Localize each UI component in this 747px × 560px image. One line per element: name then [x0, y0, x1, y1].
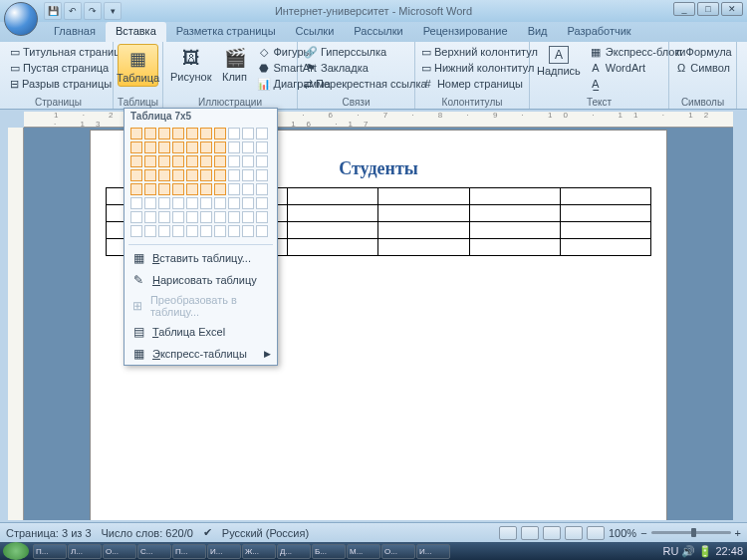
grid-cell[interactable] [200, 128, 212, 140]
crossref-button[interactable]: ⇄Перекрестная ссылка [302, 76, 410, 92]
grid-cell[interactable] [172, 225, 184, 237]
pagenum-button[interactable]: #Номер страницы [419, 76, 525, 92]
grid-cell[interactable] [186, 155, 198, 167]
taskbar-item[interactable]: П... [172, 544, 206, 559]
taskbar-item[interactable]: И... [207, 544, 241, 559]
taskbar-item[interactable]: П... [33, 544, 67, 559]
cover-page-button[interactable]: ▭Титульная страница [8, 44, 109, 60]
grid-cell[interactable] [200, 197, 212, 209]
tab-mail[interactable]: Рассылки [344, 22, 412, 42]
tray-icon[interactable]: 🔋 [698, 545, 712, 558]
grid-cell[interactable] [242, 225, 254, 237]
header-button[interactable]: ▭Верхний колонтитул [419, 44, 525, 60]
grid-cell[interactable] [256, 197, 268, 209]
grid-cell[interactable] [130, 197, 142, 209]
taskbar-item[interactable]: И... [416, 544, 450, 559]
grid-cell[interactable] [130, 225, 142, 237]
footer-button[interactable]: ▭Нижний колонтитул [419, 60, 525, 76]
grid-cell[interactable] [172, 169, 184, 181]
grid-cell[interactable] [158, 141, 170, 153]
grid-cell[interactable] [214, 155, 226, 167]
qat-customize-icon[interactable]: ▾ [104, 2, 122, 20]
vertical-ruler[interactable] [8, 128, 24, 520]
grid-cell[interactable] [130, 211, 142, 223]
tab-insert[interactable]: Вставка [106, 22, 166, 42]
grid-cell[interactable] [228, 183, 240, 195]
grid-cell[interactable] [172, 155, 184, 167]
grid-cell[interactable] [256, 128, 268, 140]
outline-view[interactable] [565, 526, 583, 540]
grid-cell[interactable] [200, 155, 212, 167]
grid-cell[interactable] [130, 128, 142, 140]
undo-icon[interactable]: ↶ [64, 2, 82, 20]
taskbar-item[interactable]: Д... [277, 544, 311, 559]
grid-cell[interactable] [242, 211, 254, 223]
taskbar-item[interactable]: Л... [68, 544, 102, 559]
grid-cell[interactable] [200, 169, 212, 181]
grid-cell[interactable] [228, 141, 240, 153]
table-button[interactable]: ▦ Таблица [118, 44, 158, 87]
page-break-button[interactable]: ⊟Разрыв страницы [8, 76, 109, 92]
grid-cell[interactable] [214, 183, 226, 195]
grid-cell[interactable] [144, 141, 156, 153]
menu-item[interactable]: ▦Экспресс-таблицы▶ [124, 343, 277, 365]
tray-icon[interactable]: 🔊 [681, 545, 695, 558]
grid-cell[interactable] [144, 225, 156, 237]
hyperlink-button[interactable]: 🔗Гиперссылка [302, 44, 410, 60]
grid-cell[interactable] [214, 197, 226, 209]
menu-item[interactable]: ▤Таблица Excel [124, 321, 277, 343]
zoom-out-button[interactable]: − [640, 527, 646, 539]
zoom-slider[interactable] [651, 531, 731, 534]
taskbar-item[interactable]: С... [137, 544, 171, 559]
tray-lang[interactable]: RU [663, 545, 679, 557]
redo-icon[interactable]: ↷ [84, 2, 102, 20]
tab-home[interactable]: Главная [44, 22, 106, 42]
zoom-level[interactable]: 100% [609, 527, 636, 539]
tab-refs[interactable]: Ссылки [286, 22, 345, 42]
grid-cell[interactable] [256, 225, 268, 237]
taskbar-item[interactable]: M... [347, 544, 380, 559]
grid-cell[interactable] [144, 183, 156, 195]
grid-cell[interactable] [200, 183, 212, 195]
fullscreen-view[interactable] [521, 526, 539, 540]
grid-cell[interactable] [214, 128, 226, 140]
print-layout-view[interactable] [499, 526, 517, 540]
bookmark-button[interactable]: ⚑Закладка [302, 60, 410, 76]
grid-cell[interactable] [172, 141, 184, 153]
grid-cell[interactable] [172, 128, 184, 140]
table-grid-picker[interactable] [124, 124, 277, 242]
word-count[interactable]: Число слов: 620/0 [102, 527, 193, 539]
web-view[interactable] [543, 526, 561, 540]
grid-cell[interactable] [158, 155, 170, 167]
tab-layout[interactable]: Разметка страницы [166, 22, 286, 42]
grid-cell[interactable] [228, 211, 240, 223]
grid-cell[interactable] [186, 183, 198, 195]
formula-button[interactable]: πФормула [673, 44, 732, 60]
taskbar-item[interactable]: Б... [312, 544, 346, 559]
maximize-button[interactable]: □ [697, 2, 719, 16]
blank-page-button[interactable]: ▭Пустая страница [8, 60, 109, 76]
grid-cell[interactable] [130, 169, 142, 181]
spellcheck-icon[interactable]: ✔ [203, 526, 212, 539]
grid-cell[interactable] [256, 183, 268, 195]
grid-cell[interactable] [158, 183, 170, 195]
grid-cell[interactable] [158, 225, 170, 237]
menu-item[interactable]: ✎Нарисовать таблицу [124, 269, 277, 291]
taskbar-item[interactable]: Ж... [242, 544, 276, 559]
grid-cell[interactable] [158, 128, 170, 140]
grid-cell[interactable] [172, 183, 184, 195]
draft-view[interactable] [587, 526, 605, 540]
language-indicator[interactable]: Русский (Россия) [222, 527, 309, 539]
grid-cell[interactable] [256, 155, 268, 167]
taskbar-item[interactable]: O... [381, 544, 415, 559]
grid-cell[interactable] [158, 169, 170, 181]
grid-cell[interactable] [242, 155, 254, 167]
grid-cell[interactable] [242, 197, 254, 209]
grid-cell[interactable] [158, 197, 170, 209]
grid-cell[interactable] [144, 211, 156, 223]
zoom-in-button[interactable]: + [735, 527, 741, 539]
grid-cell[interactable] [228, 169, 240, 181]
minimize-button[interactable]: _ [673, 2, 695, 16]
grid-cell[interactable] [130, 183, 142, 195]
grid-cell[interactable] [144, 169, 156, 181]
